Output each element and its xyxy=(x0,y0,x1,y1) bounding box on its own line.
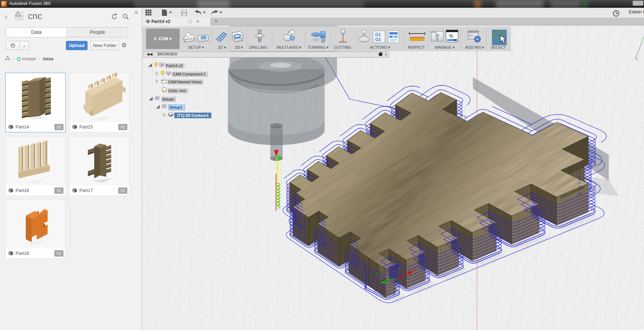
svg-text:Y: Y xyxy=(375,271,378,276)
svg-text:>-: >- xyxy=(469,34,473,38)
svg-text:Z: Z xyxy=(398,261,401,266)
svg-text:G1: G1 xyxy=(375,32,381,37)
svg-text:G2: G2 xyxy=(375,37,381,42)
svg-text:Y: Y xyxy=(636,57,638,61)
svg-text:%: % xyxy=(449,33,453,39)
svg-text:X: X xyxy=(414,266,417,271)
